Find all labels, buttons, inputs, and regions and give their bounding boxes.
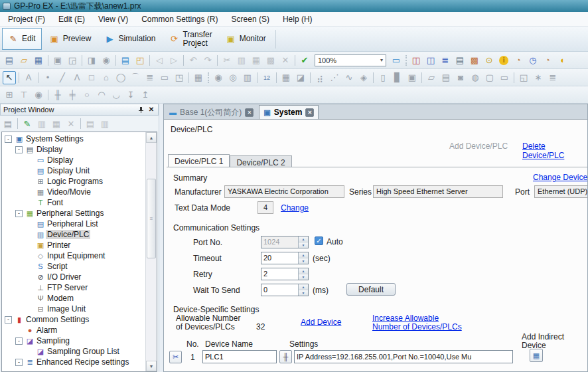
increase-allowable-link-line2[interactable]: Number of Devices/PLCs [372,322,462,331]
dot-tool-icon[interactable]: • [41,71,54,84]
film-part-icon[interactable]: ▤ [439,71,453,84]
delete-device-plc-link[interactable]: Delete Device/PLC [522,141,587,160]
tree-item-sampling-group-list[interactable]: ◪Sampling Group List [2,346,145,357]
spin-down-icon[interactable]: ▼ [299,274,308,280]
tree-item-display[interactable]: -▤Display [2,144,145,155]
default-button[interactable]: Default [346,283,396,296]
spin-up-icon[interactable]: ▲ [299,236,308,242]
menu-project[interactable]: Project (F) [1,13,52,26]
expander-minus-icon[interactable]: - [15,210,23,217]
retry-spinner[interactable]: 2 ▲▼ [261,268,309,280]
scale-tool-icon[interactable]: ≣ [143,71,157,84]
change-link[interactable]: Change [281,203,309,213]
change-device-plc-link[interactable]: Change Device/PLC [533,173,587,182]
auto-checkbox[interactable]: ✓ [315,236,323,245]
rung-down-part-icon[interactable]: ◡ [110,88,123,102]
monitor-part-icon[interactable]: ▢ [483,71,496,84]
spin-up-icon[interactable]: ▲ [299,268,308,274]
device-tool-button[interactable]: ✂ [169,351,182,363]
port-no-spinner[interactable]: 1024 ▲▼ [261,236,309,248]
close-icon[interactable]: ✕ [305,108,314,117]
window-change-part-icon[interactable]: ◱ [517,71,530,84]
spin-up-icon[interactable]: ▲ [299,252,308,258]
text-tool-icon[interactable]: A [22,71,35,84]
tree-item-i-o-driver[interactable]: ⊘I/O Driver [2,272,145,282]
previous-screen-icon[interactable]: ◁ [153,54,166,67]
data-display-part-icon[interactable]: ▥ [241,71,254,84]
paste-gray-icon[interactable]: ▦ [50,117,63,130]
window-part-icon[interactable]: ▱ [425,71,438,84]
menu-view[interactable]: View (V) [92,13,135,26]
pilot-graph-part-icon[interactable]: ◈ [357,71,370,84]
line-graph-part-icon[interactable]: ∿ [342,71,356,84]
new-screen-icon[interactable]: ▤ [119,54,132,67]
tree-scrollbar[interactable]: ▲ ≡ ▼ [145,132,157,371]
tree-item-peripheral-list[interactable]: ▤Peripheral List [2,219,145,229]
delete-icon[interactable]: ✕ [279,54,292,67]
menu-screen[interactable]: Screen (S) [225,13,276,26]
delete-gray-icon[interactable]: ✕ [64,117,78,130]
cross-reference-icon[interactable]: ◫ [409,54,423,67]
grid-part-icon[interactable]: ▦ [279,71,293,84]
close-icon[interactable]: ✕ [245,108,254,117]
device-settings-button[interactable]: ╫ [279,350,292,363]
increase-allowable-link-line1[interactable]: Increase Allowable [372,314,439,323]
line-tool-icon[interactable]: ╱ [56,71,69,84]
hand-touch-icon[interactable]: ◔ [512,54,525,67]
zoom-level-select[interactable]: 100%▾ [315,54,386,66]
polyline-tool-icon[interactable]: Λ [70,71,84,84]
scroll-thumb[interactable]: ≡ [147,179,156,258]
tree-item-script[interactable]: SScript [2,261,145,272]
t-block-part-icon[interactable]: ⊤ [17,88,31,102]
special-part-icon[interactable]: ∗ [532,71,545,84]
cut-icon[interactable]: ✂ [220,54,234,67]
spin-down-icon[interactable]: ▼ [299,242,308,248]
expander-minus-icon[interactable]: - [15,337,23,345]
select-tool-icon[interactable]: ↖ [3,71,16,84]
l-label-part-icon[interactable]: ◉ [32,88,45,102]
grid-insert-down-icon[interactable]: ↧ [124,88,137,102]
next-screen-icon[interactable]: ▷ [167,54,181,67]
tree-item-alarm[interactable]: ●Alarm [2,325,145,335]
copy-screens-icon[interactable]: ▩ [468,54,481,67]
edit-pencil-icon[interactable]: ✎ [21,117,34,130]
menu-common[interactable]: Common Settings (R) [135,13,224,26]
timeout-spinner[interactable]: 20 ▲▼ [261,252,309,264]
expander-minus-icon[interactable]: - [5,316,12,324]
tab-device-plc-1[interactable]: Device/PLC 1 [168,154,230,167]
fit-screen-icon[interactable]: ▭ [390,54,403,67]
tree-item-sampling[interactable]: -◪Sampling [2,335,145,346]
arc-tool-icon[interactable]: ⌒ [129,71,142,84]
tree-item-display[interactable]: ▭Display [2,155,145,165]
doc-tab-system[interactable]: ▣System✕ [259,105,319,119]
tree-item-device-plc[interactable]: ▥Device/PLC [2,229,145,240]
spin-up-icon[interactable]: ▲ [299,284,308,290]
csv-export-icon[interactable]: ▤ [453,54,467,67]
part-spacing-icon[interactable]: ⊞ [3,88,16,102]
operation-log-icon[interactable]: i [497,54,510,67]
duplicate-icon[interactable]: ▩ [264,54,277,67]
print-preview-icon[interactable]: ◲ [66,54,79,67]
print-icon[interactable]: ▣ [51,54,64,67]
expander-minus-icon[interactable]: - [15,359,23,366]
error-check-icon[interactable]: ✔ [298,54,311,67]
menu-edit[interactable]: Edit (E) [52,13,92,26]
close-icon[interactable]: ✕ [147,106,155,114]
parts-list-icon[interactable]: ≣ [546,71,559,84]
pin-icon[interactable] [137,106,145,114]
screen-list-icon[interactable]: ◫ [424,54,437,67]
scroll-up-icon[interactable]: ▲ [146,132,157,143]
tree-item-video-movie[interactable]: ▦Video/Movie [2,187,145,197]
contact-nc-part-icon[interactable]: ╪ [66,88,79,102]
menu-help[interactable]: Help (H) [276,13,319,26]
coil-part-icon[interactable]: ○ [80,88,94,102]
contact-no-part-icon[interactable]: ╫ [51,88,64,102]
edit-button[interactable]: ✎Edit [2,28,42,50]
copy-icon[interactable]: ▥ [235,54,248,67]
movie-camera-part-icon[interactable]: ◙ [454,71,467,84]
tree-item-ftp-server[interactable]: ⊥FTP Server [2,282,145,293]
expander-minus-icon[interactable]: - [5,136,12,143]
scroll-down-icon[interactable]: ▼ [146,361,157,371]
tree-item-peripheral-settings[interactable]: -▦Peripheral Settings [2,208,145,219]
open-project-icon[interactable]: ▱ [17,54,31,67]
